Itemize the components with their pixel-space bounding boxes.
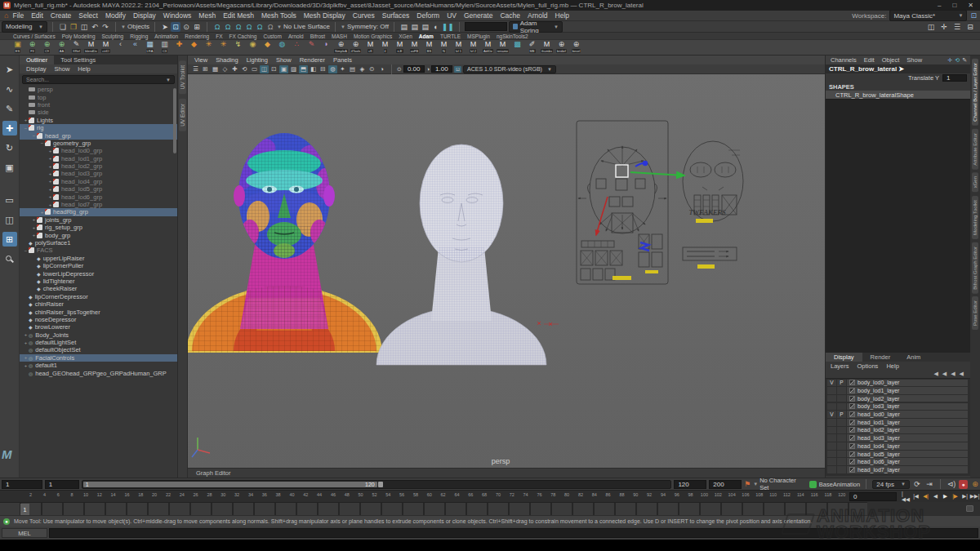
workspace-dropdown[interactable]: Maya Classic*▼ bbox=[889, 10, 967, 21]
shelf-item[interactable]: ↯ bbox=[232, 40, 244, 49]
sidebar-toggle-icon[interactable]: ✛ bbox=[939, 22, 949, 32]
layer-playback-toggle[interactable] bbox=[837, 466, 846, 473]
clamp-icon[interactable]: ⇥ bbox=[924, 479, 934, 489]
snap-icon[interactable]: Ω bbox=[255, 22, 265, 32]
outliner-item-geometry_grp[interactable]: −geometry_grp bbox=[20, 140, 177, 147]
selection-mask-icon[interactable]: ⊡ bbox=[171, 22, 180, 32]
outliner-item-body_grp[interactable]: +body_grp bbox=[20, 231, 177, 238]
sidebar-toggle-icon[interactable]: ☰ bbox=[952, 22, 962, 32]
home-icon[interactable]: ⌂ bbox=[4, 11, 8, 20]
perspective-viewport[interactable]: TWEAKERS persp bbox=[188, 74, 825, 468]
close-button[interactable]: ✕ bbox=[968, 2, 973, 9]
layer-name-cell[interactable]: body_lod1_layer bbox=[847, 387, 968, 394]
menu-item-arnold[interactable]: Arnold bbox=[528, 11, 548, 20]
loop-playback-icon[interactable]: ⟳ bbox=[912, 479, 922, 489]
right-tab-pose-editor[interactable]: Pose Editor bbox=[972, 296, 978, 330]
anim-end-field[interactable]: 200 bbox=[709, 480, 742, 489]
channel-menu-edit[interactable]: Edit bbox=[864, 56, 875, 64]
file-history-icon[interactable]: ❐ bbox=[69, 22, 78, 32]
lasso-tool[interactable]: ∿ bbox=[2, 82, 17, 96]
viewport-toolbar-icon[interactable]: ▤ bbox=[348, 65, 357, 73]
expand-toggle[interactable]: + bbox=[31, 233, 37, 238]
current-frame-field[interactable]: 0 bbox=[849, 492, 897, 501]
viewport-toolbar-icon[interactable]: ⬒ bbox=[299, 65, 308, 73]
expand-toggle[interactable]: + bbox=[23, 118, 29, 122]
outliner-item-head_lod6_grp[interactable]: +head_lod6_grp bbox=[20, 193, 177, 200]
translate-y-field[interactable]: 1 bbox=[942, 74, 967, 82]
outliner-item-defaultLightSet[interactable]: +◎defaultLightSet bbox=[20, 339, 177, 346]
mel-input-field[interactable] bbox=[49, 528, 978, 538]
shelf-tab-fx[interactable]: FX bbox=[216, 33, 222, 39]
outliner-item-head_lod5_grp[interactable]: +head_lod5_grp bbox=[20, 185, 177, 193]
sidebar-toggle-icon[interactable]: ◫ bbox=[926, 22, 936, 32]
expand-toggle[interactable]: + bbox=[47, 202, 53, 207]
outliner-item-top[interactable]: top bbox=[20, 93, 177, 100]
menu-item-select[interactable]: Select bbox=[78, 11, 98, 20]
layer-visibility-toggle[interactable] bbox=[827, 466, 836, 473]
right-tab-modeling-toolkit[interactable]: Modeling Toolkit bbox=[972, 196, 978, 239]
layer-move-icon[interactable]: ◀ bbox=[960, 371, 964, 377]
menu-item-help[interactable]: Help bbox=[555, 11, 569, 20]
shelf-tab-turtle[interactable]: TURTLE bbox=[440, 33, 461, 39]
shelf-item[interactable]: ∴ bbox=[291, 40, 303, 49]
range-slider-active[interactable]: 1 120 bbox=[83, 482, 377, 487]
shelf-item[interactable]: ◍ bbox=[276, 40, 288, 49]
shelf-item[interactable]: ◆ bbox=[188, 40, 200, 49]
right-tab-channel-box-layer-editor[interactable]: Channel Box / Layer Editor bbox=[972, 59, 978, 126]
layer-playback-toggle[interactable]: P bbox=[837, 411, 846, 418]
layer-move-icon[interactable]: ◀ bbox=[942, 371, 947, 377]
playback-start-field[interactable]: 1 bbox=[45, 480, 79, 489]
outliner-item-headRig_grp[interactable]: +headRig_grp bbox=[20, 208, 177, 216]
colored-head-model[interactable] bbox=[188, 133, 382, 353]
viewport-toolbar-icon[interactable]: ▭ bbox=[250, 65, 259, 73]
outliner-item-persp[interactable]: persp bbox=[20, 86, 177, 93]
menu-item-cache[interactable]: Cache bbox=[500, 11, 520, 20]
menu-item-surfaces[interactable]: Surfaces bbox=[382, 11, 410, 20]
layer-row-head_lod4_layer[interactable]: head_lod4_layer bbox=[826, 442, 970, 451]
outliner-item-lidTightener[interactable]: ◆lidTightener bbox=[20, 278, 177, 285]
outliner-item-lowerLipDepressor[interactable]: ◆lowerLipDepressor bbox=[20, 269, 177, 277]
paint-select-tool[interactable]: ✎ bbox=[2, 101, 17, 116]
snap-icon[interactable]: Ω bbox=[244, 22, 254, 32]
expand-toggle[interactable]: − bbox=[23, 126, 29, 131]
fps-dropdown[interactable]: 24 fps▼ bbox=[872, 480, 910, 489]
channel-header-icon[interactable]: ✛ bbox=[947, 57, 952, 64]
shelf-item[interactable]: Mthumbs bbox=[541, 40, 553, 53]
shelf-item[interactable]: Mlvl 2 bbox=[467, 40, 479, 53]
layer-row-body_lod3_layer[interactable]: body_lod3_layer bbox=[826, 402, 970, 411]
channel-menu-channels[interactable]: Channels bbox=[831, 56, 857, 64]
maximize-button[interactable]: □ bbox=[952, 2, 956, 9]
shelf-item[interactable]: MasFB bbox=[408, 40, 421, 53]
render-icon[interactable]: ◐ bbox=[431, 22, 441, 32]
shelf-item[interactable]: McK bbox=[364, 40, 376, 53]
pane-layout-four[interactable]: ◫ bbox=[2, 212, 17, 227]
shelf-tab-motion-graphics[interactable]: Motion Graphics bbox=[354, 33, 392, 39]
menu-item-edit-mesh[interactable]: Edit Mesh bbox=[223, 11, 254, 20]
layer-visibility-toggle[interactable]: V bbox=[827, 380, 836, 387]
outliner-item-Lights[interactable]: +Lights bbox=[20, 117, 177, 124]
viewport-toolbar-icon[interactable]: ▨ bbox=[289, 65, 298, 73]
shelf-tab-adam[interactable]: Adam bbox=[419, 33, 434, 39]
layer-move-icon[interactable]: ◀ bbox=[933, 371, 938, 377]
workspace-settings-icon[interactable]: ⊡ bbox=[970, 11, 977, 20]
go-to-start-button[interactable]: |◀◀ bbox=[902, 491, 911, 501]
shelf-item[interactable]: MctrlO bbox=[100, 40, 112, 53]
render-icon[interactable]: ▤ bbox=[410, 22, 420, 32]
menu-item-uv[interactable]: UV bbox=[447, 11, 457, 20]
selection-mask-dropdown[interactable]: ▼Objects bbox=[121, 23, 149, 30]
menu-item-mesh[interactable]: Mesh bbox=[198, 11, 216, 20]
menu-item-windows[interactable]: Windows bbox=[163, 11, 191, 20]
layer-row-body_lod1_layer[interactable]: body_lod1_layer bbox=[826, 387, 970, 395]
outliner-search-input[interactable]: Search...▼ bbox=[22, 75, 175, 84]
layer-visibility-toggle[interactable] bbox=[827, 442, 836, 450]
viewport-toolbar-icon[interactable]: ◧ bbox=[309, 65, 318, 73]
viewport-toolbar-icon[interactable]: ⟲ bbox=[240, 65, 249, 73]
layer-row-head_lod7_layer[interactable]: head_lod7_layer bbox=[826, 466, 970, 474]
shelf-item[interactable]: Mlvl 1 bbox=[452, 40, 465, 53]
layer-menu-options[interactable]: Options bbox=[858, 362, 879, 370]
expand-toggle[interactable]: + bbox=[47, 156, 53, 161]
file-history-icon[interactable]: ◫ bbox=[79, 22, 89, 32]
viewport-toolbar-icon[interactable]: ⊙ bbox=[368, 65, 376, 73]
shelf-item[interactable]: ✎ bbox=[305, 40, 318, 49]
render-icon[interactable]: ❚❚ bbox=[442, 22, 454, 32]
